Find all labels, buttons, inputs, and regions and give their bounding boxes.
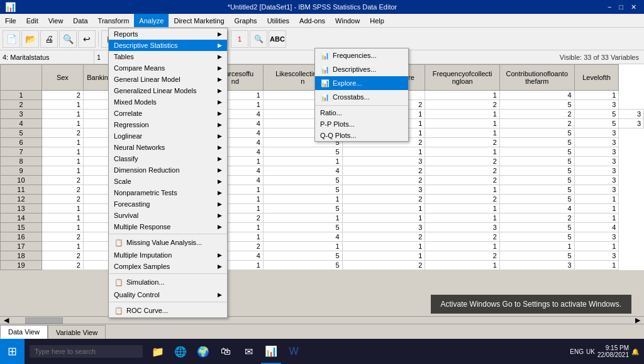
table-row[interactable]: 16221142253	[1, 232, 644, 242]
cell[interactable]: 3	[574, 100, 619, 110]
table-row[interactable]: 13111151141	[1, 204, 644, 213]
tab-data-view[interactable]: Data View	[0, 325, 48, 339]
menu-neural-networks[interactable]: Neural Networks ▶	[109, 142, 227, 153]
cell[interactable]: 3	[499, 261, 574, 270]
cell[interactable]: 1	[425, 119, 500, 128]
cell[interactable]: 1	[42, 138, 83, 147]
submenu-frequencies[interactable]: 📊 Frequencies...	[315, 48, 408, 62]
col-header-sex[interactable]: Sex	[42, 65, 83, 91]
cell[interactable]: 4	[499, 204, 574, 213]
cell[interactable]: 3	[574, 185, 619, 195]
cell[interactable]: 1	[574, 204, 619, 213]
cell[interactable]: 1	[342, 147, 425, 157]
cell[interactable]: 2	[425, 195, 500, 204]
menu-graphs[interactable]: Graphs	[230, 14, 262, 27]
cell[interactable]: 5	[499, 128, 574, 138]
cell[interactable]: 1	[342, 242, 425, 251]
table-row[interactable]: 17111211111	[1, 242, 644, 251]
table-row[interactable]: 10211452253	[1, 176, 644, 185]
cell[interactable]: 1	[42, 213, 83, 223]
cell[interactable]: 1	[42, 119, 83, 128]
cell[interactable]: 1	[263, 195, 342, 204]
table-row[interactable]: 19244152131	[1, 261, 644, 270]
cell[interactable]: 2	[42, 128, 83, 138]
menu-multiple-imputation[interactable]: Multiple Imputation ▶	[109, 249, 227, 261]
cell[interactable]: 5	[574, 110, 619, 119]
cell[interactable]: 5	[499, 232, 574, 242]
cell[interactable]: 5	[263, 176, 342, 185]
cell[interactable]: 1	[42, 147, 83, 157]
menu-scale[interactable]: Scale ▶	[109, 176, 227, 187]
cell[interactable]: 3	[574, 166, 619, 176]
menu-complex-samples[interactable]: Complex Samples ▶	[109, 261, 227, 272]
taskbar-edge[interactable]: 🌐	[170, 339, 191, 364]
tab-variable-view[interactable]: Variable View	[48, 325, 106, 339]
cell[interactable]: 1	[42, 223, 83, 232]
table-row[interactable]: 15112153354	[1, 223, 644, 232]
cell[interactable]: 2	[425, 176, 500, 185]
menu-analyze[interactable]: Analyze	[134, 14, 169, 27]
cell[interactable]: 2	[342, 176, 425, 185]
cell[interactable]: 5	[499, 176, 574, 185]
cell[interactable]: 1	[42, 100, 83, 110]
cell[interactable]: 1	[425, 213, 500, 223]
maximize-button[interactable]: □	[616, 3, 626, 11]
cell[interactable]: 1	[425, 110, 500, 119]
cell[interactable]: 2	[342, 232, 425, 242]
cell[interactable]: 2	[425, 251, 500, 261]
cell[interactable]: 1	[574, 242, 619, 251]
table-row[interactable]: 12241112251	[1, 195, 644, 204]
menu-help[interactable]: Help	[365, 14, 389, 27]
taskbar-word[interactable]: W	[284, 339, 304, 364]
cell[interactable]: 1	[263, 213, 342, 223]
start-button[interactable]: ⊞	[0, 339, 25, 364]
cell[interactable]: 1	[425, 185, 500, 195]
cell[interactable]: 1	[574, 195, 619, 204]
cell[interactable]: 1	[342, 204, 425, 213]
cell[interactable]: 3	[574, 157, 619, 166]
cell[interactable]: 2	[342, 166, 425, 176]
menu-regression[interactable]: Regression ▶	[109, 119, 227, 130]
cell[interactable]: 3	[574, 128, 619, 138]
cell[interactable]: 3	[619, 119, 644, 128]
taskbar-file-explorer[interactable]: 📁	[148, 339, 168, 364]
menu-direct-marketing[interactable]: Direct Marketing	[169, 14, 229, 27]
cell[interactable]: 1	[42, 166, 83, 176]
submenu-descriptives[interactable]: 📊 Descriptives...	[315, 62, 408, 76]
cell[interactable]: 5	[499, 147, 574, 157]
undo-button[interactable]: ↩	[78, 30, 96, 48]
taskbar-search-input[interactable]	[30, 345, 143, 358]
cell[interactable]: 3	[619, 110, 644, 119]
minimize-button[interactable]: −	[605, 3, 614, 11]
new-file-button[interactable]: 📄	[3, 30, 20, 48]
cell[interactable]: 3	[574, 251, 619, 261]
cell[interactable]: 1	[574, 91, 619, 100]
cell[interactable]: 3	[574, 147, 619, 157]
cell[interactable]: 1	[425, 204, 500, 213]
taskbar-notification[interactable]: 🔔	[631, 348, 639, 355]
horizontal-scrollbar[interactable]: ◀ ▶	[0, 316, 644, 324]
cell[interactable]: 1	[425, 261, 500, 270]
cell[interactable]: 5	[499, 251, 574, 261]
cell[interactable]: 2	[425, 100, 500, 110]
cell[interactable]: 5	[263, 223, 342, 232]
toolbar-btn-search[interactable]: 🔍	[250, 30, 267, 48]
cell[interactable]: 1	[574, 261, 619, 270]
cell[interactable]: 2	[425, 232, 500, 242]
cell[interactable]: 1	[42, 110, 83, 119]
cell[interactable]: 2	[42, 176, 83, 185]
cell[interactable]: 4	[263, 232, 342, 242]
toolbar-btn-text[interactable]: ABC	[269, 30, 286, 48]
menu-descriptive-statistics[interactable]: Descriptive Statistics ▶	[109, 40, 227, 51]
cell[interactable]: 5	[499, 138, 574, 147]
menu-survival[interactable]: Survival ▶	[109, 210, 227, 221]
submenu-pp-plots[interactable]: P-P Plots...	[315, 118, 408, 130]
menu-data[interactable]: Data	[68, 14, 92, 27]
toolbar-btn-one[interactable]: 1	[231, 30, 248, 48]
cell[interactable]: 2	[42, 91, 83, 100]
cell[interactable]: 1	[425, 91, 500, 100]
cell[interactable]: 5	[499, 157, 574, 166]
menu-dimension-reduction[interactable]: Dimension Reduction ▶	[109, 164, 227, 176]
menu-utilities[interactable]: Utilities	[262, 14, 294, 27]
cell[interactable]: 1	[42, 157, 83, 166]
